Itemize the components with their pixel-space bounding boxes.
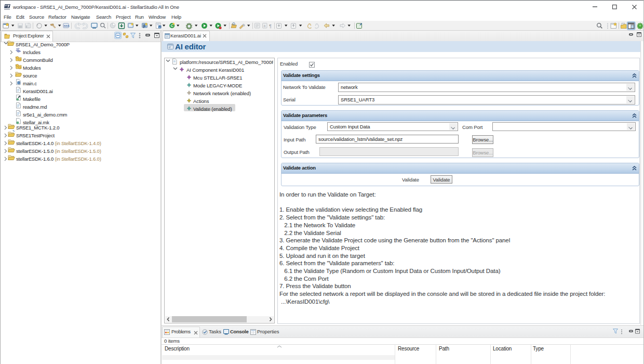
svg-text:source: source bbox=[23, 73, 37, 79]
svg-text:Network network (enabled): Network network (enabled) bbox=[193, 90, 251, 96]
svg-text:SR5E1_MCTK-1.2.0: SR5E1_MCTK-1.2.0 bbox=[16, 125, 59, 131]
svg-text:Actions: Actions bbox=[193, 98, 209, 104]
svg-text:stellarESDK-1.4.0 (in StellarE: stellarESDK-1.4.0 (in StellarESDK-1.4.0) bbox=[16, 140, 101, 146]
svg-text:Includes: Includes bbox=[23, 49, 41, 55]
svg-text:SR5E1TestProject: SR5E1TestProject bbox=[16, 133, 55, 138]
svg-text:a: a bbox=[264, 24, 266, 28]
svg-text:Mcu STELLAR-SR5E1: Mcu STELLAR-SR5E1 bbox=[193, 75, 242, 81]
svg-text:sr5e1_ai_demo.cmm: sr5e1_ai_demo.cmm bbox=[23, 112, 68, 118]
svg-text:main.c: main.c bbox=[23, 81, 37, 86]
svg-text:CommonBuild: CommonBuild bbox=[23, 57, 52, 63]
svg-text:Validate (enabled): Validate (enabled) bbox=[193, 106, 232, 112]
svg-text:SR5E1_AI_Demo_7000P: SR5E1_AI_Demo_7000P bbox=[16, 42, 70, 47]
svg-text:readme.md: readme.md bbox=[23, 104, 47, 110]
svg-text:stellarESDK-1.5.0 (in StellarE: stellarESDK-1.5.0 (in StellarESDK-1.5.0) bbox=[16, 148, 101, 154]
svg-text:¶: ¶ bbox=[269, 23, 272, 29]
svg-text:c: c bbox=[18, 81, 20, 84]
svg-text:Modules: Modules bbox=[23, 65, 41, 71]
svg-text:KerasID001.ai: KerasID001.ai bbox=[23, 88, 53, 94]
svg-text:platform:/resource/SR5E1_AI_De: platform:/resource/SR5E1_AI_Demo_7000P bbox=[180, 59, 273, 65]
svg-text:Mode LEGACY-MODE: Mode LEGACY-MODE bbox=[193, 83, 242, 88]
svg-text:BBB: BBB bbox=[64, 24, 70, 28]
svg-text:Makefile: Makefile bbox=[23, 96, 41, 102]
svg-text:AI Component KerasID001: AI Component KerasID001 bbox=[186, 67, 244, 73]
svg-text:c: c bbox=[159, 25, 161, 29]
svg-text:stellarESDK-1.6.0 (in StellarE: stellarESDK-1.6.0 (in StellarESDK-1.6.0) bbox=[16, 156, 101, 162]
